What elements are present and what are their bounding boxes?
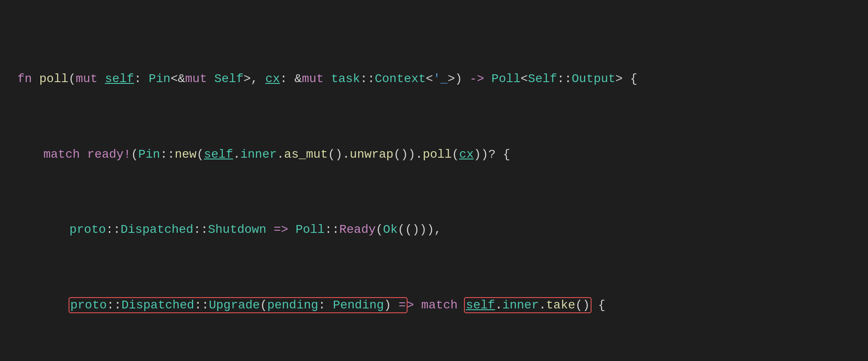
highlight-box-upgrade: proto::Dispatched::Upgrade(pending: Pend… [69,298,407,312]
line-4: proto::Dispatched::Upgrade(pending: Pend… [17,296,851,315]
param-self: self [105,72,134,86]
line-1: fn poll(mut self: Pin<&mut Self>, cx: &m… [17,70,851,88]
line-2: match ready!(Pin::new(self.inner.as_mut(… [17,145,851,164]
fn-name: poll [39,72,68,86]
highlight-box-take: self.inner.take() [465,298,591,312]
type-pin: Pin [149,72,171,86]
kw-fn: fn [17,72,39,86]
line-3: proto::Dispatched::Shutdown => Poll::Rea… [17,220,851,239]
punct: ( [69,72,76,86]
kw-mut: mut [76,72,105,86]
code-editor: fn poll(mut self: Pin<&mut Self>, cx: &m… [17,13,851,361]
